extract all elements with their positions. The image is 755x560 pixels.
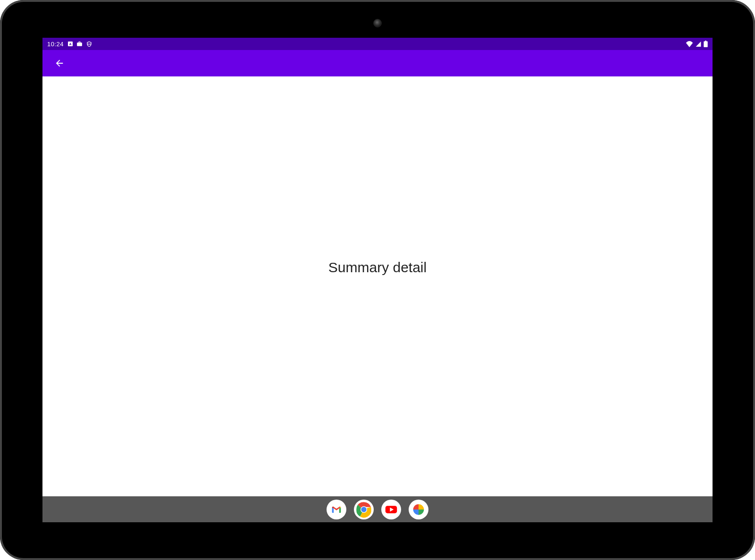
briefcase-icon: [76, 41, 83, 47]
wifi-icon: [686, 41, 693, 47]
content-area: Summary detail: [42, 76, 713, 496]
notification-a-icon: A: [67, 41, 73, 47]
svg-rect-3: [704, 41, 707, 47]
front-camera: [373, 19, 382, 27]
status-time: 10:24: [47, 41, 64, 48]
status-right: [686, 41, 708, 47]
status-left: 10:24 A: [47, 41, 92, 48]
status-bar: 10:24 A: [42, 38, 713, 50]
taskbar: [42, 496, 713, 522]
battery-icon: [704, 41, 708, 47]
photos-icon[interactable]: [409, 500, 428, 519]
chrome-icon[interactable]: [354, 500, 374, 519]
shield-icon: [86, 41, 92, 47]
arrow-back-icon: [54, 58, 65, 68]
svg-text:A: A: [69, 42, 71, 46]
signal-icon: [695, 41, 702, 47]
svg-point-8: [361, 507, 366, 512]
gmail-icon[interactable]: [327, 500, 346, 519]
power-button: [85, 0, 113, 1]
screen: 10:24 A: [42, 38, 713, 522]
app-bar: [42, 50, 713, 76]
youtube-icon[interactable]: [381, 500, 401, 519]
summary-detail-text: Summary detail: [328, 259, 427, 276]
back-button[interactable]: [50, 54, 69, 73]
svg-rect-4: [705, 41, 706, 42]
tablet-device-frame: 10:24 A: [0, 0, 755, 560]
